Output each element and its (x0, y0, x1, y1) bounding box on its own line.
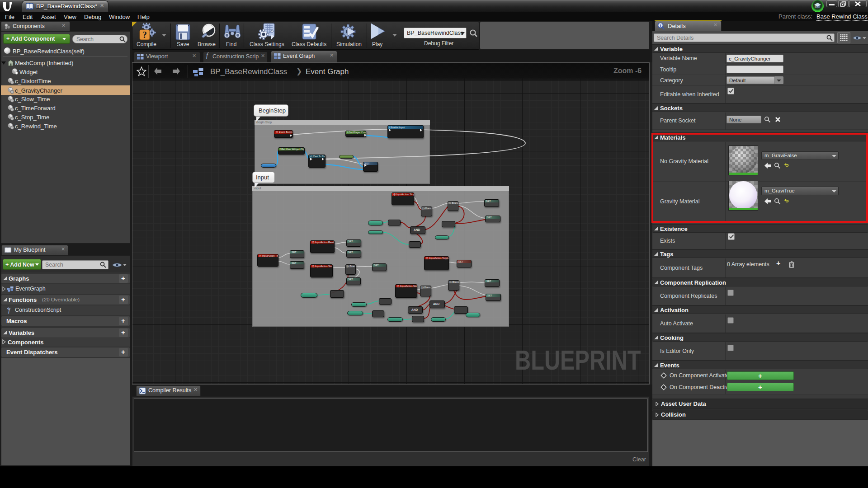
svg-text:?: ? (142, 30, 147, 40)
